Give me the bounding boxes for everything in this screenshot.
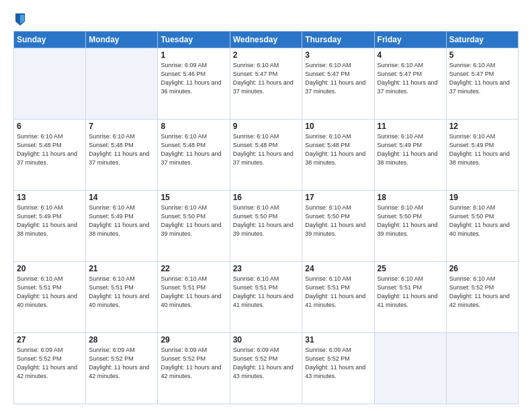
day-number: 2	[233, 50, 300, 60]
calendar-cell	[86, 48, 158, 120]
day-number: 11	[378, 122, 443, 131]
day-info: Sunrise: 6:09 AMSunset: 5:52 PMDaylight:…	[305, 346, 371, 381]
calendar-cell: 16Sunrise: 6:10 AMSunset: 5:50 PMDayligh…	[230, 191, 302, 262]
calendar-cell: 27Sunrise: 6:09 AMSunset: 5:52 PMDayligh…	[14, 333, 86, 404]
calendar-cell: 4Sunrise: 6:10 AMSunset: 5:47 PMDaylight…	[374, 48, 446, 120]
day-number: 7	[89, 122, 154, 131]
day-number: 23	[233, 264, 300, 273]
day-number: 30	[233, 335, 300, 345]
calendar-cell: 31Sunrise: 6:09 AMSunset: 5:52 PMDayligh…	[302, 333, 374, 404]
day-info: Sunrise: 6:10 AMSunset: 5:51 PMDaylight:…	[89, 275, 154, 310]
day-number: 21	[89, 264, 154, 273]
calendar-cell: 28Sunrise: 6:09 AMSunset: 5:52 PMDayligh…	[86, 333, 158, 404]
day-info: Sunrise: 6:09 AMSunset: 5:52 PMDaylight:…	[161, 346, 226, 381]
day-number: 24	[305, 264, 371, 273]
day-info: Sunrise: 6:09 AMSunset: 5:46 PMDaylight:…	[161, 61, 226, 96]
day-number: 19	[449, 193, 515, 202]
calendar-cell: 17Sunrise: 6:10 AMSunset: 5:50 PMDayligh…	[302, 191, 374, 262]
day-number: 20	[17, 264, 83, 273]
day-info: Sunrise: 6:10 AMSunset: 5:48 PMDaylight:…	[305, 132, 371, 167]
day-number: 28	[89, 335, 154, 345]
day-info: Sunrise: 6:10 AMSunset: 5:51 PMDaylight:…	[305, 275, 371, 310]
day-info: Sunrise: 6:10 AMSunset: 5:51 PMDaylight:…	[161, 275, 226, 310]
page: SundayMondayTuesdayWednesdayThursdayFrid…	[0, 0, 532, 411]
calendar-cell: 11Sunrise: 6:10 AMSunset: 5:49 PMDayligh…	[374, 120, 446, 191]
day-number: 16	[233, 193, 300, 202]
calendar-cell: 18Sunrise: 6:10 AMSunset: 5:50 PMDayligh…	[374, 191, 446, 262]
calendar-cell: 3Sunrise: 6:10 AMSunset: 5:47 PMDaylight…	[302, 48, 374, 120]
calendar-week-1: 1Sunrise: 6:09 AMSunset: 5:46 PMDaylight…	[14, 48, 519, 120]
calendar-cell	[374, 333, 446, 404]
calendar: SundayMondayTuesdayWednesdayThursdayFrid…	[13, 31, 519, 404]
day-number: 25	[378, 264, 443, 273]
logo	[13, 12, 26, 24]
calendar-cell: 20Sunrise: 6:10 AMSunset: 5:51 PMDayligh…	[14, 262, 86, 333]
calendar-cell: 22Sunrise: 6:10 AMSunset: 5:51 PMDayligh…	[158, 262, 230, 333]
calendar-cell: 23Sunrise: 6:10 AMSunset: 5:51 PMDayligh…	[230, 262, 302, 333]
calendar-cell: 5Sunrise: 6:10 AMSunset: 5:47 PMDaylight…	[446, 48, 518, 120]
weekday-header-saturday: Saturday	[446, 32, 518, 48]
calendar-cell: 13Sunrise: 6:10 AMSunset: 5:49 PMDayligh…	[14, 191, 86, 262]
calendar-cell	[14, 48, 86, 120]
day-number: 8	[161, 122, 226, 131]
day-number: 17	[305, 193, 371, 202]
day-number: 5	[449, 50, 515, 60]
calendar-cell: 9Sunrise: 6:10 AMSunset: 5:48 PMDaylight…	[230, 120, 302, 191]
day-number: 18	[378, 193, 443, 202]
day-number: 3	[305, 50, 371, 60]
day-number: 26	[449, 264, 515, 273]
day-number: 6	[17, 122, 83, 131]
day-info: Sunrise: 6:09 AMSunset: 5:52 PMDaylight:…	[233, 346, 300, 381]
calendar-week-3: 13Sunrise: 6:10 AMSunset: 5:49 PMDayligh…	[14, 191, 519, 262]
day-info: Sunrise: 6:10 AMSunset: 5:51 PMDaylight:…	[17, 275, 83, 310]
day-info: Sunrise: 6:10 AMSunset: 5:48 PMDaylight:…	[89, 132, 154, 167]
logo-icon	[14, 12, 26, 27]
calendar-cell: 2Sunrise: 6:10 AMSunset: 5:47 PMDaylight…	[230, 48, 302, 120]
day-number: 15	[161, 193, 226, 202]
day-info: Sunrise: 6:10 AMSunset: 5:51 PMDaylight:…	[233, 275, 300, 310]
calendar-cell: 29Sunrise: 6:09 AMSunset: 5:52 PMDayligh…	[158, 333, 230, 404]
calendar-cell: 14Sunrise: 6:10 AMSunset: 5:49 PMDayligh…	[86, 191, 158, 262]
header	[13, 12, 519, 24]
weekday-header-monday: Monday	[86, 32, 158, 48]
calendar-cell: 26Sunrise: 6:10 AMSunset: 5:52 PMDayligh…	[446, 262, 518, 333]
day-info: Sunrise: 6:10 AMSunset: 5:50 PMDaylight:…	[161, 203, 226, 238]
day-info: Sunrise: 6:10 AMSunset: 5:52 PMDaylight:…	[449, 275, 515, 310]
calendar-cell	[446, 333, 518, 404]
calendar-week-4: 20Sunrise: 6:10 AMSunset: 5:51 PMDayligh…	[14, 262, 519, 333]
weekday-header-row: SundayMondayTuesdayWednesdayThursdayFrid…	[14, 32, 519, 48]
day-number: 10	[305, 122, 371, 131]
day-info: Sunrise: 6:10 AMSunset: 5:48 PMDaylight:…	[161, 132, 226, 167]
day-info: Sunrise: 6:10 AMSunset: 5:49 PMDaylight:…	[449, 132, 515, 167]
day-info: Sunrise: 6:09 AMSunset: 5:52 PMDaylight:…	[17, 346, 83, 381]
day-info: Sunrise: 6:10 AMSunset: 5:48 PMDaylight:…	[17, 132, 83, 167]
calendar-cell: 10Sunrise: 6:10 AMSunset: 5:48 PMDayligh…	[302, 120, 374, 191]
calendar-cell: 15Sunrise: 6:10 AMSunset: 5:50 PMDayligh…	[158, 191, 230, 262]
calendar-cell: 12Sunrise: 6:10 AMSunset: 5:49 PMDayligh…	[446, 120, 518, 191]
day-number: 1	[161, 50, 226, 60]
calendar-cell: 1Sunrise: 6:09 AMSunset: 5:46 PMDaylight…	[158, 48, 230, 120]
day-number: 9	[233, 122, 300, 131]
calendar-cell: 8Sunrise: 6:10 AMSunset: 5:48 PMDaylight…	[158, 120, 230, 191]
calendar-week-5: 27Sunrise: 6:09 AMSunset: 5:52 PMDayligh…	[14, 333, 519, 404]
day-info: Sunrise: 6:10 AMSunset: 5:48 PMDaylight:…	[233, 132, 300, 167]
weekday-header-wednesday: Wednesday	[230, 32, 302, 48]
weekday-header-tuesday: Tuesday	[158, 32, 230, 48]
calendar-cell: 6Sunrise: 6:10 AMSunset: 5:48 PMDaylight…	[14, 120, 86, 191]
day-info: Sunrise: 6:10 AMSunset: 5:47 PMDaylight:…	[233, 61, 300, 96]
calendar-cell: 19Sunrise: 6:10 AMSunset: 5:50 PMDayligh…	[446, 191, 518, 262]
day-number: 4	[378, 50, 443, 60]
day-number: 29	[161, 335, 226, 345]
day-info: Sunrise: 6:10 AMSunset: 5:49 PMDaylight:…	[17, 203, 83, 238]
day-info: Sunrise: 6:10 AMSunset: 5:47 PMDaylight:…	[305, 61, 371, 96]
day-info: Sunrise: 6:10 AMSunset: 5:50 PMDaylight:…	[233, 203, 300, 238]
day-number: 27	[17, 335, 83, 345]
weekday-header-thursday: Thursday	[302, 32, 374, 48]
day-info: Sunrise: 6:09 AMSunset: 5:52 PMDaylight:…	[89, 346, 154, 381]
day-number: 22	[161, 264, 226, 273]
weekday-header-sunday: Sunday	[14, 32, 86, 48]
day-info: Sunrise: 6:10 AMSunset: 5:47 PMDaylight:…	[378, 61, 443, 96]
day-info: Sunrise: 6:10 AMSunset: 5:50 PMDaylight:…	[378, 203, 443, 238]
calendar-cell: 25Sunrise: 6:10 AMSunset: 5:51 PMDayligh…	[374, 262, 446, 333]
day-info: Sunrise: 6:10 AMSunset: 5:50 PMDaylight:…	[305, 203, 371, 238]
